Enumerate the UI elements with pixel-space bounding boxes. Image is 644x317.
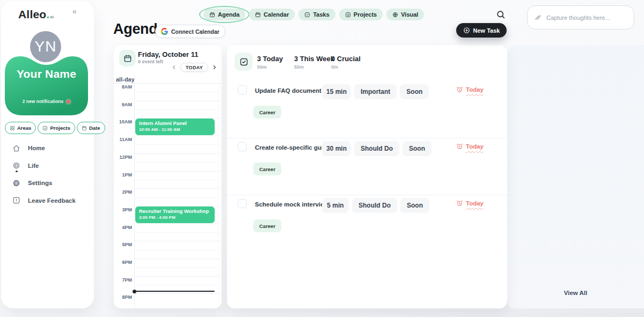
settings-icon bbox=[12, 179, 20, 187]
connect-calendar-button[interactable]: Connect Calendar bbox=[155, 25, 225, 38]
task-timing-pill[interactable]: Soon bbox=[400, 84, 429, 99]
half-hour-line bbox=[134, 180, 219, 180]
tab-visual[interactable]: Visual bbox=[386, 9, 424, 20]
task-due[interactable]: Today bbox=[456, 200, 484, 207]
capture-thoughts-box bbox=[527, 5, 634, 30]
active-indicator-dot bbox=[16, 171, 18, 173]
task-checkbox[interactable] bbox=[238, 142, 247, 151]
half-hour-line bbox=[134, 232, 219, 233]
hour-line bbox=[134, 136, 219, 136]
hour-label: 5PM bbox=[114, 242, 132, 247]
task-priority-pill[interactable]: Important bbox=[354, 84, 397, 99]
tab-projects[interactable]: Projects bbox=[339, 9, 383, 20]
task-tag-career[interactable]: Career bbox=[253, 219, 281, 232]
notifications[interactable]: 2 new notifications bbox=[4, 99, 89, 104]
sidebar-item-label: Life bbox=[28, 163, 39, 169]
chevron-left-icon[interactable] bbox=[171, 64, 177, 70]
task-checkbox[interactable] bbox=[238, 85, 247, 94]
task-title: Schedule mock interview bbox=[255, 201, 328, 208]
tab-calendar[interactable]: Calendar bbox=[249, 9, 295, 20]
hour-label: 10AM bbox=[114, 119, 132, 124]
settings-icon-wrap bbox=[12, 179, 20, 187]
filter-areas[interactable]: Areas bbox=[5, 122, 36, 134]
tasks-icon bbox=[304, 12, 310, 18]
task-row[interactable]: Create role-specific guide30 minShould D… bbox=[227, 138, 507, 195]
task-row[interactable]: Schedule mock interview5 minShould DoSoo… bbox=[227, 195, 507, 252]
hour-line bbox=[134, 101, 219, 101]
sidebar-item-label: Leave Feedback bbox=[28, 197, 76, 204]
tab-agenda[interactable]: Agenda bbox=[203, 9, 245, 20]
tab-tasks[interactable]: Tasks bbox=[298, 9, 335, 20]
hour-label: 7PM bbox=[114, 277, 132, 283]
check-square-icon bbox=[239, 57, 248, 67]
right-panel: View All bbox=[507, 45, 644, 308]
connect-calendar-label: Connect Calendar bbox=[171, 28, 219, 35]
task-list: Update FAQ document15 minImportantSoonTo… bbox=[227, 82, 507, 252]
sidebar: Alleo.ai « YN Your Name 2 new notificati… bbox=[1, 1, 94, 308]
search-icon[interactable] bbox=[496, 10, 506, 19]
sidebar-item-label: Home bbox=[28, 145, 45, 151]
logo-dot: . bbox=[46, 8, 49, 20]
hour-label: 6PM bbox=[114, 260, 132, 265]
calendar-nav: TODAY bbox=[171, 63, 217, 72]
task-due-label: Today bbox=[466, 200, 484, 207]
stat-label: 3 Today bbox=[257, 55, 294, 63]
life-icon bbox=[12, 161, 20, 169]
task-tag-career[interactable]: Career bbox=[253, 163, 281, 175]
chevron-right-icon[interactable] bbox=[211, 64, 217, 70]
sidebar-item-life[interactable]: Life bbox=[12, 157, 76, 175]
task-priority-pill[interactable]: Should Do bbox=[352, 198, 397, 213]
calendar-icon bbox=[82, 126, 87, 131]
main-nav: AgendaCalendarTasksProjectsVisual bbox=[203, 9, 424, 20]
hour-label: 4PM bbox=[114, 225, 132, 230]
task-duration-pill[interactable]: 15 min bbox=[322, 84, 351, 99]
task-priority-pill[interactable]: Should Do bbox=[354, 141, 399, 156]
event-title: Recruiter Training Workshop bbox=[139, 208, 211, 214]
filter-label: Date bbox=[89, 125, 100, 131]
task-due[interactable]: Today bbox=[456, 86, 484, 93]
capture-thoughts-input[interactable] bbox=[546, 14, 627, 21]
sidebar-item-leave-feedback[interactable]: Leave Feedback bbox=[12, 192, 76, 210]
task-timing-pill[interactable]: Soon bbox=[402, 141, 431, 156]
filter-projects[interactable]: Projects bbox=[38, 122, 75, 134]
task-pill-row: 30 minShould DoSoon bbox=[322, 141, 431, 156]
task-duration-pill[interactable]: 30 min bbox=[322, 141, 351, 156]
stat-sub: 50m bbox=[294, 64, 331, 70]
task-row[interactable]: Update FAQ document15 minImportantSoonTo… bbox=[227, 82, 507, 138]
new-task-button[interactable]: New Task bbox=[456, 23, 507, 38]
task-checkbox[interactable] bbox=[238, 199, 247, 208]
calendar-event-recruiter-training-workshop[interactable]: Recruiter Training Workshop3:00 PM - 4:0… bbox=[135, 207, 215, 223]
stat-3-this-week: 3 This Week50m bbox=[294, 55, 331, 70]
task-title: Update FAQ document bbox=[255, 87, 321, 94]
task-pill-row: 5 minShould DoSoon bbox=[322, 198, 429, 213]
view-all-link[interactable]: View All bbox=[507, 290, 644, 296]
today-button[interactable]: TODAY bbox=[180, 63, 208, 72]
collapse-sidebar-button[interactable]: « bbox=[72, 7, 77, 16]
filter-label: Areas bbox=[17, 125, 31, 131]
hour-line bbox=[134, 153, 219, 154]
half-hour-line bbox=[134, 109, 219, 110]
task-due[interactable]: Today bbox=[456, 143, 484, 150]
notifications-text: 2 new notifications bbox=[23, 99, 64, 104]
logo-text: Alleo bbox=[18, 8, 46, 20]
half-hour-line bbox=[134, 92, 219, 92]
half-hour-line bbox=[134, 144, 219, 145]
task-duration-pill[interactable]: 5 min bbox=[322, 198, 349, 213]
filter-date[interactable]: Date bbox=[77, 122, 105, 134]
stat-label: 0 Crucial bbox=[331, 55, 368, 63]
sidebar-item-settings[interactable]: Settings bbox=[12, 174, 76, 192]
hour-line bbox=[134, 188, 219, 189]
task-timing-pill[interactable]: Soon bbox=[400, 198, 429, 213]
hour-line bbox=[134, 241, 219, 241]
hour-line bbox=[134, 259, 219, 259]
task-due-label: Today bbox=[466, 143, 484, 150]
half-hour-line bbox=[134, 197, 219, 198]
sidebar-item-home[interactable]: Home bbox=[12, 139, 76, 157]
task-tag-career[interactable]: Career bbox=[253, 106, 281, 119]
hour-label: 8AM bbox=[114, 84, 132, 90]
sidebar-menu: HomeLifeSettingsLeave Feedback bbox=[12, 139, 76, 209]
calendar-event-intern-alumni-panel[interactable]: Intern Alumni Panel10:00 AM - 11:00 AM bbox=[135, 119, 215, 135]
stat-3-today: 3 Today50m bbox=[257, 55, 294, 70]
half-hour-line bbox=[134, 162, 219, 163]
hour-label: 1PM bbox=[114, 172, 132, 178]
